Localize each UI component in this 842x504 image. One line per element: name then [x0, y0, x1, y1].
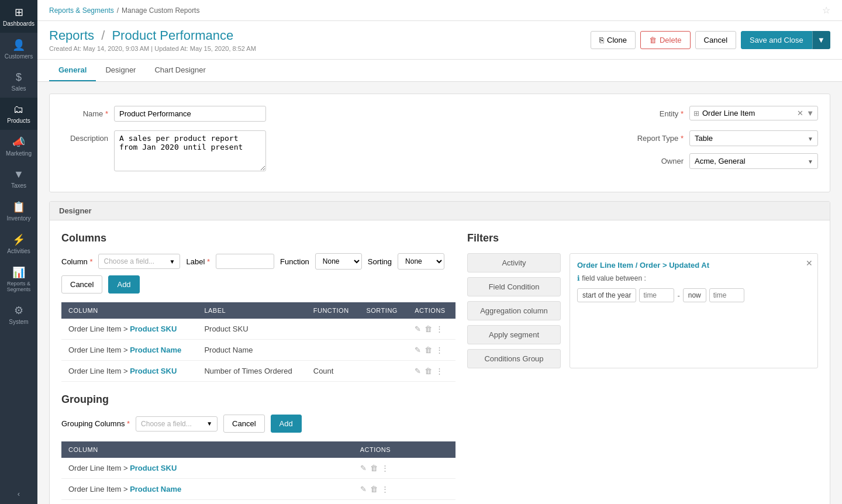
sidebar-collapse-button[interactable]: ‹: [0, 484, 37, 504]
filter-activity-button[interactable]: Activity: [467, 253, 561, 272]
filter-apply-segment-button[interactable]: Apply segment: [467, 325, 561, 344]
columns-title: Columns: [61, 232, 455, 244]
filter-range-start-value[interactable]: start of the year: [577, 288, 636, 302]
sidebar-item-customers[interactable]: 👤 Customers: [0, 33, 37, 65]
filter-range-end-time[interactable]: [709, 288, 744, 302]
edit-icon[interactable]: ✎: [415, 325, 421, 333]
sidebar: ⊞ Dashboards 👤 Customers $ Sales 🗂 Produ…: [0, 0, 37, 504]
delete-row-icon[interactable]: 🗑: [425, 325, 432, 333]
grouping-add-button[interactable]: Add: [271, 415, 302, 433]
column-field-label: Column *: [61, 257, 92, 266]
form-group-entity: Entity * ⊞ Order Line Item ✕ ▼: [637, 106, 818, 120]
grouping-table: COLUMN ACTIONS Order Line Item > Product…: [61, 441, 455, 500]
filters-layout: Activity Field Condition Aggregation col…: [467, 253, 818, 368]
header-title-section: Reports / Product Performance Created At…: [49, 28, 256, 52]
filter-range-end-value[interactable]: now: [683, 288, 706, 302]
entity-dropdown-button[interactable]: ▼: [806, 109, 814, 118]
breadcrumb-manage: Manage Custom Reports: [122, 6, 199, 15]
clone-button[interactable]: ⎘ Clone: [591, 31, 636, 49]
entity-name-text: Order Line Item: [702, 109, 794, 118]
label-input[interactable]: [216, 254, 274, 269]
grouping-field-select[interactable]: Choose a field... ▼: [136, 416, 218, 431]
sidebar-item-inventory[interactable]: 📋 Inventory: [0, 195, 37, 227]
form-right-fields: Report Type * Table Owner: [637, 130, 818, 169]
report-type-select[interactable]: Table: [689, 130, 818, 146]
row-action-group: ✎ 🗑 ⋮: [415, 367, 448, 375]
delete-button[interactable]: 🗑 Delete: [640, 31, 691, 49]
description-textarea[interactable]: A sales per product report from Jan 2020…: [114, 130, 266, 171]
title-reports-link[interactable]: Reports: [49, 28, 94, 43]
delete-row-icon[interactable]: 🗑: [370, 464, 378, 472]
arrow-left-icon: ‹: [18, 489, 20, 498]
save-close-dropdown-button[interactable]: ▼: [812, 31, 830, 49]
form-row-name-entity: Name * Entity * ⊞ Order Line Item ✕: [61, 106, 818, 122]
column-field-select[interactable]: Choose a field... ▼: [98, 254, 180, 269]
grouping-cancel-button[interactable]: Cancel: [223, 415, 264, 433]
sidebar-item-reports[interactable]: 📊 Reports & Segments: [0, 260, 37, 298]
drag-icon[interactable]: ⋮: [381, 485, 389, 493]
taxes-icon: ▼: [13, 168, 24, 181]
drag-icon[interactable]: ⋮: [436, 325, 443, 333]
edit-icon[interactable]: ✎: [360, 485, 367, 493]
columns-add-button[interactable]: Add: [108, 275, 139, 294]
owner-select[interactable]: Acme, General: [689, 153, 818, 169]
designer-header: Designer: [50, 202, 830, 220]
filter-range-start-time[interactable]: [639, 288, 674, 302]
cancel-button[interactable]: Cancel: [695, 31, 736, 49]
filter-buttons-panel: Activity Field Condition Aggregation col…: [467, 253, 561, 368]
delete-row-icon[interactable]: 🗑: [370, 485, 378, 493]
filter-conditions-group-button[interactable]: Conditions Group: [467, 349, 561, 368]
sorting-select[interactable]: None: [398, 253, 444, 270]
drag-icon[interactable]: ⋮: [436, 367, 443, 375]
drag-icon[interactable]: ⋮: [381, 464, 389, 472]
grp-cell-column: Order Line Item > Product SKU: [61, 458, 353, 479]
page-title: Reports / Product Performance: [49, 28, 256, 43]
sidebar-item-marketing[interactable]: 📣 Marketing: [0, 130, 37, 163]
customers-icon: 👤: [12, 39, 25, 51]
delete-row-icon[interactable]: 🗑: [425, 367, 432, 375]
sidebar-item-dashboards[interactable]: ⊞ Dashboards: [0, 0, 37, 33]
favorite-star-icon[interactable]: ☆: [822, 5, 830, 16]
table-row: Order Line Item > Product Name ✎ 🗑 ⋮: [61, 479, 455, 500]
breadcrumb-reports-link[interactable]: Reports & Segments: [49, 6, 114, 15]
filter-panel-title: Order Line Item / Order > Updated At: [577, 261, 810, 270]
tab-chart-designer[interactable]: Chart Designer: [145, 60, 215, 81]
grouping-add-row: Grouping Columns * Choose a field... ▼ C…: [61, 415, 455, 433]
entity-label: Entity *: [637, 106, 684, 118]
breadcrumb-sep1: /: [117, 6, 119, 15]
sidebar-item-products[interactable]: 🗂 Products: [0, 98, 37, 130]
sorting-field-label: Sorting: [368, 257, 392, 266]
filter-field-condition-button[interactable]: Field Condition: [467, 277, 561, 296]
drag-icon[interactable]: ⋮: [436, 346, 443, 354]
tab-general[interactable]: General: [49, 60, 96, 81]
filter-panel-close-button[interactable]: ✕: [806, 258, 813, 268]
form-group-description: Description A sales per product report f…: [61, 130, 266, 171]
name-input[interactable]: [114, 106, 266, 122]
edit-icon[interactable]: ✎: [415, 367, 421, 375]
marketing-icon: 📣: [12, 136, 25, 149]
save-close-button[interactable]: Save and Close: [741, 31, 812, 49]
filter-aggregation-button[interactable]: Aggregation column: [467, 301, 561, 320]
entity-clear-button[interactable]: ✕: [797, 109, 803, 118]
table-row: Order Line Item > Product SKU Product SK…: [61, 319, 455, 340]
columns-cancel-button[interactable]: Cancel: [61, 275, 102, 294]
edit-icon[interactable]: ✎: [360, 464, 367, 472]
tab-designer[interactable]: Designer: [96, 60, 145, 81]
sidebar-item-taxes[interactable]: ▼ Taxes: [0, 163, 37, 195]
grp-header-actions: ACTIONS: [353, 441, 455, 458]
table-row: Order Line Item > Product Name Product N…: [61, 340, 455, 361]
edit-icon[interactable]: ✎: [415, 346, 421, 354]
sidebar-item-system[interactable]: ⚙ System: [0, 298, 37, 331]
grouping-field-dropdown-icon: ▼: [206, 420, 212, 427]
form-group-name: Name *: [61, 106, 266, 122]
entity-field[interactable]: ⊞ Order Line Item ✕ ▼: [689, 106, 818, 120]
function-select[interactable]: None: [315, 253, 362, 270]
save-close-split-button: Save and Close ▼: [741, 31, 830, 49]
sidebar-item-sales[interactable]: $ Sales: [0, 65, 37, 98]
owner-label: Owner: [637, 153, 684, 165]
col-header-label: LABEL: [197, 302, 306, 319]
delete-row-icon[interactable]: 🗑: [425, 346, 432, 354]
activities-icon: ⚡: [12, 233, 25, 246]
sidebar-item-activities[interactable]: ⚡ Activities: [0, 227, 37, 260]
table-row: Order Line Item > Product SKU ✎ 🗑 ⋮: [61, 458, 455, 479]
